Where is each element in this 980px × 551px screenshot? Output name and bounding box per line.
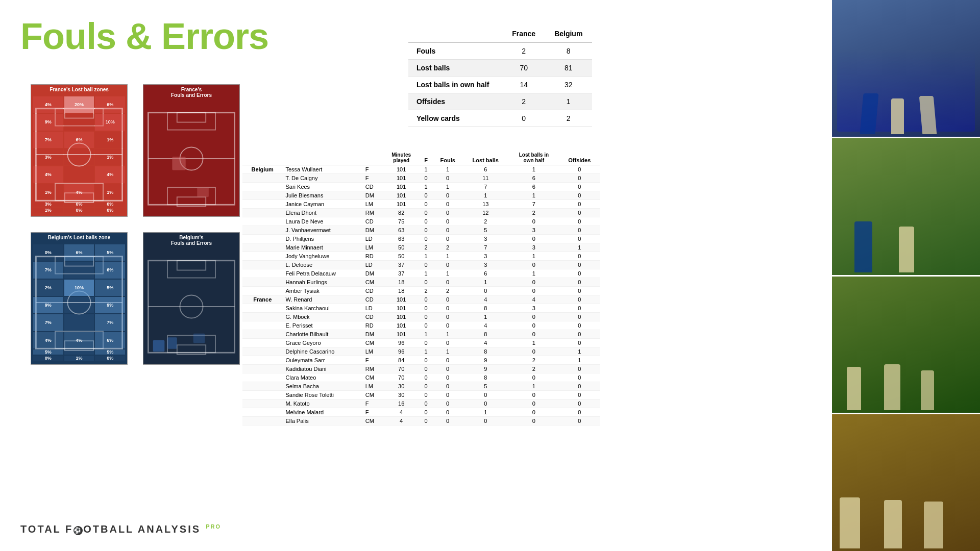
player-cell: 0 [433, 235, 463, 243]
player-cell: 4 [462, 295, 508, 304]
player-cell: 1 [433, 183, 463, 191]
player-cell: 0 [433, 261, 463, 269]
belgium-lost-ball-zone: Belgium's Lost balls zone 0% 6% 5% 7% 6%… [31, 232, 128, 365]
player-cell: 63 [383, 235, 419, 243]
player-table-container: Minutesplayed F Fouls Lost balls Lost ba… [242, 151, 600, 425]
player-cell: 16 [383, 399, 419, 408]
player-cell: 0 [433, 226, 463, 235]
player-team-label [242, 313, 282, 321]
photo-4 [832, 414, 980, 551]
player-cell: 4 [383, 408, 419, 417]
player-cell: Melvine Malard [282, 408, 362, 417]
player-cell: 0 [419, 278, 433, 287]
player-cell: L. Deloose [282, 261, 362, 269]
svg-rect-27 [177, 261, 206, 270]
col-minutes: Minutesplayed [383, 151, 419, 165]
player-row: Clara MateoCM7000800 [242, 373, 600, 382]
player-cell: 2 [433, 243, 463, 252]
player-cell: Amber Tysiak [282, 287, 362, 295]
player-cell: 0 [559, 287, 600, 295]
player-row: Ouleymata SarrF8400921 [242, 356, 600, 365]
player-cell: 7 [462, 183, 508, 191]
player-cell: 0 [433, 295, 463, 304]
player-row: L. DelooseLD3700300 [242, 261, 600, 269]
player-cell: 0 [559, 313, 600, 321]
player-cell: Sandie Rose Toletti [282, 391, 362, 399]
player-row: Feli Petra DelacauwDM3711610 [242, 269, 600, 278]
player-cell: 1 [508, 191, 559, 200]
player-cell: 101 [383, 330, 419, 339]
player-cell: CD [362, 217, 383, 226]
player-cell: 0 [433, 191, 463, 200]
summary-belgium-val: 2 [545, 110, 592, 127]
player-cell: 8 [462, 373, 508, 382]
player-cell: 5 [462, 226, 508, 235]
player-cell: 0 [433, 399, 463, 408]
player-cell: 9 [462, 365, 508, 373]
player-team-label [242, 330, 282, 339]
player-cell: CD [362, 313, 383, 321]
player-row: Sandie Rose TolettiCM3000000 [242, 391, 600, 399]
player-cell: 1 [433, 252, 463, 261]
player-row: Grace GeyoroCM9600410 [242, 339, 600, 347]
player-cell: 0 [559, 261, 600, 269]
svg-rect-10 [167, 113, 215, 130]
player-row: Janice CaymanLM101001370 [242, 200, 600, 209]
player-row: Marie MinnaertLM5022731 [242, 243, 600, 252]
player-cell: 0 [508, 417, 559, 425]
player-cell: 0 [508, 235, 559, 243]
player-cell: 0 [559, 365, 600, 373]
player-cell: 2 [508, 356, 559, 365]
player-cell: 1 [433, 165, 463, 174]
player-row: D. PhiltjensLD6300300 [242, 235, 600, 243]
player-cell: 101 [383, 200, 419, 209]
player-cell: DM [362, 269, 383, 278]
player-cell: 7 [508, 200, 559, 209]
player-team-label [242, 304, 282, 313]
france-fouls-zone-title: France's Fouls and Errors [143, 85, 239, 100]
belgium-fouls-zone-title: Belgium's Fouls and Errors [143, 233, 239, 248]
player-cell: 0 [433, 278, 463, 287]
player-team-label [242, 391, 282, 399]
player-team-label [242, 191, 282, 200]
player-cell: 0 [559, 217, 600, 226]
player-cell: 0 [433, 217, 463, 226]
player-cell: 1 [508, 269, 559, 278]
player-cell: 1 [419, 183, 433, 191]
player-cell: 70 [383, 373, 419, 382]
player-team-label [242, 278, 282, 287]
player-cell: 0 [559, 391, 600, 399]
player-cell: 0 [419, 313, 433, 321]
player-team-label [242, 287, 282, 295]
player-cell: 1 [508, 165, 559, 174]
player-row: Melvine MalardF400100 [242, 408, 600, 417]
player-cell: 8 [462, 330, 508, 339]
player-cell: 3 [462, 252, 508, 261]
player-row: Jody VangheluweRD5011310 [242, 252, 600, 261]
player-cell: 0 [433, 174, 463, 183]
player-cell: 2 [433, 287, 463, 295]
player-cell: LM [362, 382, 383, 391]
player-cell: 0 [419, 417, 433, 425]
player-cell: 0 [433, 391, 463, 399]
summary-france-val: 14 [503, 77, 545, 93]
player-cell: 4 [508, 295, 559, 304]
player-cell: CD [362, 183, 383, 191]
summary-row: Yellow cards02 [408, 110, 592, 127]
player-cell: 18 [383, 278, 419, 287]
player-row: Julie BiesmansDM10100110 [242, 191, 600, 200]
player-cell: 0 [433, 365, 463, 373]
player-row: M. KatotoF1600000 [242, 399, 600, 408]
player-cell: 0 [508, 330, 559, 339]
player-cell: 0 [559, 174, 600, 183]
player-cell: 0 [419, 321, 433, 330]
player-cell: CM [362, 417, 383, 425]
player-cell: 3 [462, 261, 508, 269]
player-cell: Marie Minnaert [282, 243, 362, 252]
player-row: Hannah EurlingsCM1800100 [242, 278, 600, 287]
player-row: Sari KeesCD10111760 [242, 183, 600, 191]
summary-belgium-val: 1 [545, 93, 592, 110]
player-cell: 1 [559, 356, 600, 365]
player-cell: 0 [462, 417, 508, 425]
player-cell: 84 [383, 356, 419, 365]
